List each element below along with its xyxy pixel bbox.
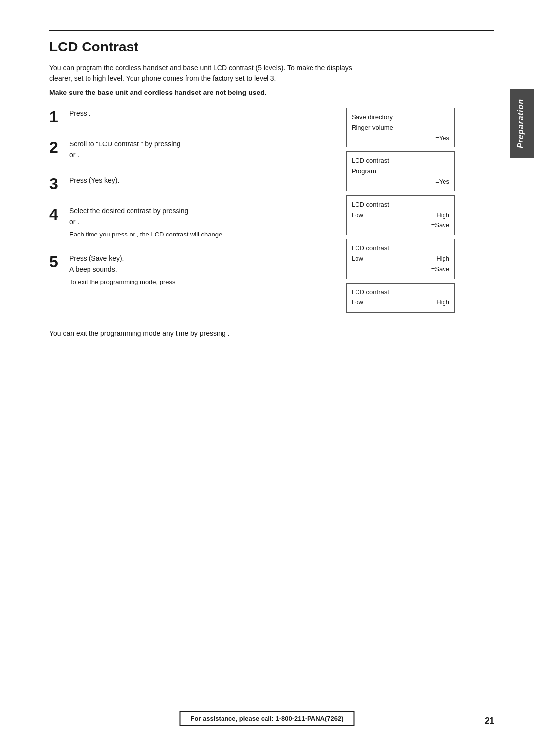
step-2-sub: or . xyxy=(69,149,180,160)
lcd-2-line1: LCD contrast xyxy=(352,156,449,166)
step-1-suffix: . xyxy=(89,109,91,117)
lcd-3-line1: LCD contrast xyxy=(352,200,449,210)
lcd-2-line3: =Yes xyxy=(352,177,449,187)
lcd-1-line1: Save directory xyxy=(352,112,449,123)
lcd-3-row: Low High xyxy=(352,210,449,221)
lcd-screen-1: Save directory Ringer volume =Yes xyxy=(346,108,455,147)
step-2-text: Scroll to “LCD contrast ” by pressing xyxy=(69,139,180,149)
step-row-1: 1 Press . xyxy=(49,108,336,125)
lcd-1-line2: Ringer volume xyxy=(352,123,449,133)
screens-list: Save directory Ringer volume =Yes LCD co… xyxy=(346,108,455,317)
step-5-sub2: To exit the programming mode, press . xyxy=(69,277,179,287)
intro-bold: Make sure the base unit and cordless han… xyxy=(49,88,356,98)
lcd-5-high: High xyxy=(436,297,449,308)
lcd-4-row: Low High xyxy=(352,254,449,264)
step-number-3: 3 xyxy=(49,176,63,191)
step-row-5: 5 Press (Save key). A beep sounds. To ex… xyxy=(49,253,336,286)
step-number-5: 5 xyxy=(49,254,63,270)
steps-area: 1 Press . 2 Scroll to “LCD contrast ” by… xyxy=(49,108,494,317)
step-1-text: Press xyxy=(69,109,87,117)
step-4-sub2: Each time you press or , the LCD contras… xyxy=(69,230,224,239)
footer-box: For assistance, please call: 1-800-211-P… xyxy=(179,711,354,726)
footer: For assistance, please call: 1-800-211-P… xyxy=(179,711,354,726)
page-number: 21 xyxy=(485,716,494,726)
step-content-1: Press . xyxy=(69,108,91,119)
lcd-4-line1: LCD contrast xyxy=(352,243,449,254)
lcd-4-save: =Save xyxy=(352,264,449,275)
top-divider xyxy=(49,30,494,31)
lcd-5-low: Low xyxy=(352,297,363,308)
step-content-5: Press (Save key). A beep sounds. To exit… xyxy=(69,253,179,286)
lcd-3-save: =Save xyxy=(352,220,449,231)
step-content-4: Select the desired contrast by pressing … xyxy=(69,205,224,239)
step-3-text: Press (Yes key). xyxy=(69,176,119,184)
lcd-3-high: High xyxy=(436,210,449,221)
side-tab: Preparation xyxy=(510,89,534,158)
lcd-3-low: Low xyxy=(352,210,363,221)
step-4-text: Select the desired contrast by pressing xyxy=(69,205,224,216)
exit-note: You can exit the programming mode any ti… xyxy=(49,329,494,339)
step-4-sub1: or . xyxy=(69,216,224,227)
step-row-4: 4 Select the desired contrast by pressin… xyxy=(49,205,336,239)
steps-list: 1 Press . 2 Scroll to “LCD contrast ” by… xyxy=(49,108,336,317)
lcd-4-low: Low xyxy=(352,254,363,264)
step-content-3: Press (Yes key). xyxy=(69,175,119,186)
step-5-text: Press (Save key). xyxy=(69,253,179,264)
step-number-1: 1 xyxy=(49,109,63,125)
step-row-2: 2 Scroll to “LCD contrast ” by pressing … xyxy=(49,139,336,161)
lcd-5-line1: LCD contrast xyxy=(352,287,449,298)
lcd-4-high: High xyxy=(436,254,449,264)
step-5-sub1: A beep sounds. xyxy=(69,264,179,275)
side-tab-label: Preparation xyxy=(516,99,525,148)
lcd-screen-2: LCD contrast Program =Yes xyxy=(346,151,455,191)
step-number-4: 4 xyxy=(49,206,63,222)
intro-text: You can program the cordless handset and… xyxy=(49,63,356,84)
lcd-1-line3: =Yes xyxy=(352,133,449,143)
lcd-2-line2: Program xyxy=(352,166,449,177)
section-title: LCD Contrast xyxy=(49,39,494,55)
step-content-2: Scroll to “LCD contrast ” by pressing or… xyxy=(69,139,180,161)
lcd-screen-3: LCD contrast Low High =Save xyxy=(346,195,455,235)
step-row-3: 3 Press (Yes key). xyxy=(49,175,336,191)
page-container: Preparation LCD Contrast You can program… xyxy=(0,0,534,756)
lcd-5-row: Low High xyxy=(352,297,449,308)
lcd-screen-5: LCD contrast Low High xyxy=(346,283,455,313)
lcd-screen-4: LCD contrast Low High =Save xyxy=(346,239,455,279)
step-number-2: 2 xyxy=(49,140,63,155)
